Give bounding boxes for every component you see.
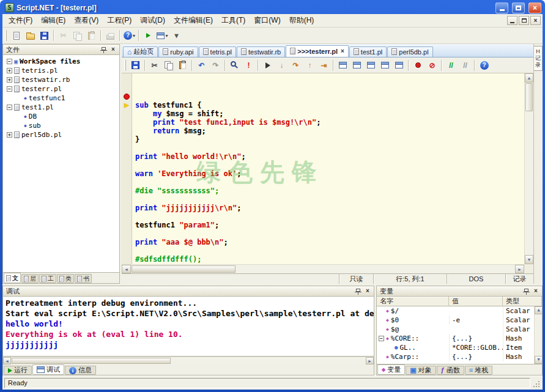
close-button[interactable]: × bbox=[528, 2, 541, 13]
variables-panel-tab[interactable]: ƒ函数 bbox=[437, 366, 464, 375]
debug-hscrollbar[interactable]: ◄ ► bbox=[2, 357, 374, 364]
variable-row[interactable]: −◆%CORE::{...}Hash bbox=[377, 334, 542, 343]
editor-find-button[interactable] bbox=[228, 59, 242, 72]
dock-close-button[interactable]: × bbox=[363, 287, 372, 295]
editor-run-to-cursor-button[interactable]: ⇥ bbox=[317, 59, 331, 72]
editor-save-button[interactable] bbox=[128, 59, 143, 72]
breakpoint-marker[interactable] bbox=[124, 94, 130, 100]
variables-panel-tab[interactable]: ≡堆栈 bbox=[465, 366, 492, 375]
editor-watch-window-button[interactable] bbox=[336, 59, 350, 72]
editor-undo-button[interactable]: ↶ bbox=[195, 59, 209, 72]
editor-output-window-button[interactable] bbox=[378, 59, 392, 72]
variable-row[interactable]: ◆$0-eScalar bbox=[377, 316, 542, 325]
editor-tab[interactable]: tetris.pl bbox=[199, 46, 236, 57]
collapse-icon[interactable]: − bbox=[7, 86, 12, 92]
editor-comment-button[interactable]: // bbox=[444, 59, 458, 72]
files-dock-tab[interactable]: 书 bbox=[75, 274, 92, 283]
help-dropdown-icon[interactable]: ▾ bbox=[133, 33, 135, 39]
editor-redo-button[interactable]: ↷ bbox=[209, 59, 223, 72]
files-dock-tab[interactable]: 工 bbox=[39, 274, 56, 283]
minimize-button[interactable] bbox=[495, 2, 508, 13]
tools-dropdown-icon[interactable]: ▾ bbox=[165, 33, 168, 39]
dock-close-button[interactable]: × bbox=[109, 46, 117, 54]
column-header-type[interactable]: 类型 bbox=[503, 297, 542, 306]
tree-item[interactable]: −test1.pl bbox=[3, 103, 119, 112]
collapsed-panel-tab[interactable]: H记录 bbox=[534, 46, 543, 71]
files-dock-tab[interactable]: 层 bbox=[21, 274, 39, 283]
scroll-track[interactable] bbox=[535, 314, 542, 356]
code-editor[interactable]: 绿色先锋 sub testfunc1 { my $msg = shift; pr… bbox=[132, 73, 524, 264]
editor-help-button[interactable]: ? bbox=[477, 59, 491, 72]
collapse-icon[interactable]: − bbox=[7, 59, 12, 64]
editor-tab[interactable]: ruby.api bbox=[158, 46, 198, 57]
menu-item-5[interactable]: 调试(D) bbox=[136, 14, 169, 27]
dock-close-button[interactable]: × bbox=[532, 287, 540, 295]
toolbar-grip[interactable] bbox=[124, 60, 126, 71]
editor-callstack-window-button[interactable] bbox=[364, 59, 378, 72]
column-header-value[interactable]: 值 bbox=[449, 297, 503, 306]
scroll-up-icon[interactable]: ▲ bbox=[535, 306, 543, 314]
pin-button[interactable] bbox=[354, 287, 362, 295]
editor-paste-button[interactable] bbox=[176, 59, 190, 72]
tree-item[interactable]: ◆DB bbox=[3, 112, 119, 121]
scroll-down-icon[interactable]: ▼ bbox=[535, 356, 543, 364]
editor-step-into-button[interactable]: ↓ bbox=[275, 59, 289, 72]
variable-row[interactable]: ●GL..*CORE::GLOB..Item bbox=[377, 343, 542, 352]
scroll-track[interactable] bbox=[171, 357, 366, 364]
scroll-down-icon[interactable]: ▼ bbox=[525, 255, 533, 264]
variables-panel-tab[interactable]: ▣对象 bbox=[406, 366, 436, 375]
variable-row[interactable]: ◆$@Scalar bbox=[377, 325, 542, 334]
tree-root[interactable]: − ▣ WorkSpace files bbox=[3, 57, 119, 66]
scroll-left-icon[interactable]: ◄ bbox=[122, 265, 131, 273]
debug-panel-tab[interactable]: 调试 bbox=[32, 364, 64, 375]
main-new-file-button[interactable] bbox=[9, 29, 23, 42]
scroll-left-icon[interactable]: ◄ bbox=[3, 357, 11, 364]
resize-grip[interactable] bbox=[532, 380, 541, 388]
scroll-thumb[interactable] bbox=[525, 83, 533, 111]
pin-button[interactable] bbox=[99, 46, 108, 54]
mdi-minimize-button[interactable] bbox=[507, 16, 517, 25]
editor-cut-button[interactable]: ✂ bbox=[147, 59, 161, 72]
editor-clear-breakpoints-button[interactable]: ⊘ bbox=[425, 59, 439, 72]
menu-item-8[interactable]: 窗口(W) bbox=[250, 14, 284, 27]
editor-step-out-button[interactable]: ↑ bbox=[303, 59, 317, 72]
editor-hscrollbar[interactable]: ◄ ► bbox=[122, 264, 524, 273]
editor-tab[interactable]: test1.pl bbox=[349, 46, 387, 57]
editor-uncomment-button[interactable]: // bbox=[458, 59, 472, 72]
debug-panel-tab[interactable]: i信息 bbox=[65, 366, 96, 375]
scroll-thumb[interactable] bbox=[12, 358, 171, 364]
menu-item-1[interactable]: 文件(F) bbox=[4, 14, 37, 27]
files-dock-tab[interactable]: 类 bbox=[57, 274, 74, 283]
variables-panel-tab[interactable]: ◆变量 bbox=[377, 364, 405, 375]
collapse-icon[interactable]: − bbox=[7, 105, 12, 110]
maximize-button[interactable] bbox=[512, 2, 525, 13]
editor-gutter[interactable]: ► bbox=[122, 73, 132, 264]
variable-row[interactable]: ◆$/Scalar bbox=[377, 306, 542, 316]
menu-item-7[interactable]: 工具(T) bbox=[217, 14, 250, 27]
editor-tab[interactable]: testwatir.rb bbox=[237, 46, 285, 57]
editor-syntax-check-button[interactable]: ! bbox=[242, 59, 256, 72]
column-header-name[interactable]: 名字 bbox=[377, 297, 449, 306]
editor-toggle-breakpoint-button[interactable] bbox=[411, 59, 425, 72]
editor-locals-window-button[interactable] bbox=[350, 59, 364, 72]
mdi-restore-button[interactable] bbox=[519, 16, 529, 25]
editor-breakpoints-window-button[interactable] bbox=[392, 59, 406, 72]
expand-icon[interactable]: + bbox=[7, 132, 12, 138]
scroll-up-icon[interactable]: ▲ bbox=[525, 73, 533, 83]
editor-tab[interactable]: ⌂起始页 bbox=[123, 46, 158, 57]
collapse-icon[interactable]: − bbox=[379, 336, 384, 341]
expand-icon[interactable]: + bbox=[7, 68, 12, 73]
main-save-file-button[interactable] bbox=[37, 29, 51, 42]
tab-close-icon[interactable]: × bbox=[341, 48, 344, 54]
debug-panel-tab[interactable]: 运行 bbox=[4, 366, 32, 375]
tree-item[interactable]: +perl5db.pl bbox=[3, 130, 119, 139]
scroll-thumb[interactable] bbox=[132, 265, 235, 273]
variables-vscrollbar[interactable]: ▲ ▼ bbox=[534, 306, 542, 364]
mdi-close-button[interactable]: × bbox=[530, 16, 541, 25]
menu-item-3[interactable]: 查看(V) bbox=[70, 14, 103, 27]
expand-icon[interactable]: + bbox=[7, 77, 12, 83]
scroll-track[interactable] bbox=[236, 265, 515, 273]
editor-tab[interactable]: >>>testerr.pl× bbox=[286, 45, 349, 57]
main-toolbar-options-button[interactable]: ▾ bbox=[169, 29, 184, 42]
menu-item-9[interactable]: 帮助(H) bbox=[285, 14, 319, 27]
